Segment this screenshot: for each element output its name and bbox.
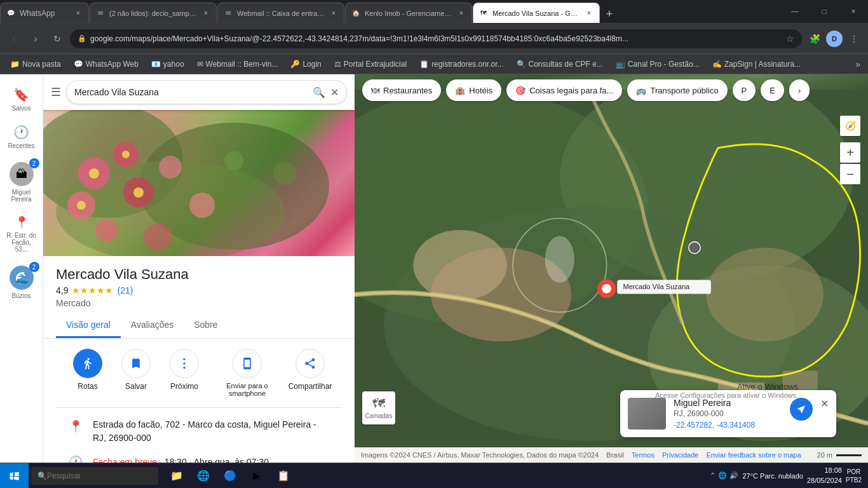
action-enviar[interactable]: Enviar para o smartphone: [214, 349, 281, 397]
action-compartilhar[interactable]: Compartilhar: [291, 349, 329, 397]
place-info: Mercado Vila Suzana 4,9 ★★★★★ (21) Merca…: [43, 256, 355, 463]
tab-sobre[interactable]: Sobre: [184, 313, 227, 338]
filter-coisas[interactable]: 🎯 Coisas legais para fa...: [506, 79, 622, 101]
profile-avatar[interactable]: D: [826, 30, 843, 47]
sidebar-item-estrada[interactable]: 📍 R. Estr. doFacão, 53...: [1, 210, 42, 258]
mini-card-coords[interactable]: -22.457282, -43.341408: [674, 421, 782, 430]
taskbar-search-box[interactable]: 🔍: [31, 467, 158, 485]
tab-favicon-webmail: ✉: [223, 8, 233, 18]
scale-container: 20 m: [817, 451, 862, 459]
tab-close-decio[interactable]: ×: [201, 8, 211, 18]
tab-close-kenlo[interactable]: ×: [456, 8, 466, 18]
extensions-icon[interactable]: 🧩: [806, 30, 824, 48]
feedback-link[interactable]: Enviar feedback sobre o mapa: [706, 451, 801, 459]
taskbar-chrome[interactable]: 🌐: [191, 463, 216, 489]
new-tab-button[interactable]: +: [600, 5, 618, 23]
coisas-label: Coisas legais para fa...: [529, 86, 613, 95]
zoom-out-button[interactable]: −: [840, 164, 860, 184]
terms-link[interactable]: Termos: [632, 451, 654, 459]
bookmark-canal-pro[interactable]: 📺 Canal Pro - Gestão...: [611, 58, 705, 71]
rating-score: 4,9: [56, 285, 68, 295]
map-area[interactable]: Mercado Vila Suzana 🍽 Restaurantes 🏨 Hot…: [355, 74, 868, 463]
tab-visao-geral[interactable]: Visão geral: [56, 313, 121, 338]
taskbar-file-explorer[interactable]: 📁: [164, 463, 189, 489]
action-salvar[interactable]: Salvar: [117, 349, 155, 397]
taskbar-youtube[interactable]: ▶: [244, 463, 269, 489]
clear-icon[interactable]: ✕: [330, 86, 339, 98]
mini-card-subtitle: RJ, 26900-000: [674, 409, 782, 418]
action-rotas[interactable]: Rotas: [69, 349, 107, 397]
refresh-button[interactable]: ↻: [48, 30, 66, 48]
compass-button[interactable]: 🧭: [840, 116, 860, 136]
action-proximo[interactable]: Próximo: [165, 349, 203, 397]
keyboard-language[interactable]: POR PTB2: [846, 468, 862, 484]
tab-decio[interactable]: ✉ (2 não lidos): decio_sampaio ×: [90, 3, 217, 23]
location-icon: 📍: [69, 419, 83, 433]
forward-button[interactable]: ›: [27, 30, 44, 48]
filter-hoteis[interactable]: 🏨 Hotéis: [446, 79, 501, 101]
filter-restaurantes[interactable]: 🍽 Restaurantes: [362, 79, 441, 101]
taskbar-app5[interactable]: 📋: [271, 463, 296, 489]
svg-point-11: [224, 151, 243, 170]
bookmark-label-nova-pasta: Nova pasta: [22, 60, 61, 69]
bookmark-zapsign[interactable]: ✍ ZapSign | Assinatura...: [707, 58, 806, 71]
privacy-link[interactable]: Privacidade: [662, 451, 698, 459]
filter-e[interactable]: E: [761, 79, 784, 101]
taskbar-search-input[interactable]: [47, 471, 142, 480]
maximize-button[interactable]: □: [810, 0, 839, 23]
taskbar-right-area: ⌃ 🌐 🔊 27°C Parc. nublado 18:08 28/05/202…: [703, 466, 868, 485]
chevron-up-icon[interactable]: ⌃: [710, 471, 715, 480]
back-button[interactable]: ‹: [5, 30, 23, 48]
svg-point-15: [77, 201, 86, 210]
sidebar-item-buzios[interactable]: 🌊 Búzios 2: [1, 261, 42, 304]
address-section: 📍 Estrada do facão, 702 - Marco da costa…: [56, 407, 342, 463]
tab-close-webmail[interactable]: ×: [329, 8, 339, 18]
mini-card-navigate-button[interactable]: [790, 398, 813, 421]
scale-text: 20 m: [817, 451, 832, 459]
address-bar[interactable]: 🔒 google.com/maps/place/Mercado+Vila+Suz…: [70, 29, 802, 48]
speaker-icon[interactable]: 🔊: [729, 471, 738, 480]
mini-card-close-button[interactable]: ✕: [820, 398, 829, 430]
filter-more[interactable]: ›: [789, 79, 810, 101]
tab-close-mercado[interactable]: ×: [584, 8, 594, 18]
network-icon[interactable]: 🌐: [718, 471, 727, 480]
tab-close-whatsapp[interactable]: ×: [73, 8, 83, 18]
search-input[interactable]: [74, 87, 308, 97]
bookmark-login[interactable]: 🔑 Login: [285, 58, 326, 71]
filter-transporte[interactable]: 🚌 Transporte público: [627, 79, 727, 101]
tabs-bar: 💬 WhatsApp × ✉ (2 não lidos): decio_samp…: [0, 0, 868, 24]
bookmarks-more-button[interactable]: »: [853, 57, 863, 72]
hamburger-menu-icon[interactable]: ☰: [51, 85, 61, 99]
bookmark-portal[interactable]: ⚖ Portal Extrajudicial: [329, 58, 412, 71]
bookmark-star-icon[interactable]: ☆: [786, 34, 794, 44]
tab-webmail[interactable]: ✉ Webmail :: Caixa de entrada ×: [217, 3, 344, 23]
tab-kenlo[interactable]: 🏠 Kenlo Imob - Gerenciament... ×: [345, 3, 472, 23]
minimize-button[interactable]: —: [780, 0, 810, 23]
start-button[interactable]: [0, 463, 29, 489]
search-input-wrap[interactable]: 🔍 ✕: [66, 80, 347, 104]
bookmark-nova-pasta[interactable]: 📁 Nova pasta: [5, 58, 66, 71]
zoom-in-button[interactable]: +: [840, 142, 860, 163]
bookmark-registradores[interactable]: 📋 registradores.onr.or...: [414, 58, 508, 71]
sidebar-item-recentes[interactable]: 🕐 Recentes: [1, 119, 42, 154]
tab-whatsapp[interactable]: 💬 WhatsApp ×: [0, 3, 89, 23]
tab-mercado[interactable]: 🗺 Mercado Vila Suzana - Goog... ×: [473, 3, 600, 23]
layers-button[interactable]: 🗺 Camadas: [362, 391, 395, 424]
close-button[interactable]: ×: [839, 0, 868, 23]
tab-avaliacoes[interactable]: Avaliações: [121, 313, 184, 338]
search-icon[interactable]: 🔍: [313, 86, 325, 98]
sidebar-item-salvos[interactable]: 🔖 Salvos: [1, 82, 42, 117]
bookmark-whatsapp-web[interactable]: 💬 WhatsApp Web: [69, 58, 144, 71]
taskbar-edge[interactable]: 🔵: [217, 463, 243, 489]
sidebar-item-miguel-pereira[interactable]: 🏔 MiguelPereira 2: [1, 157, 42, 208]
bookmark-yahoo[interactable]: 📧 yahoo: [146, 58, 189, 71]
bookmark-label-cpf: Consultas de CPF e...: [529, 60, 603, 69]
filter-p[interactable]: P: [733, 79, 756, 101]
rotas-label: Rotas: [78, 382, 97, 391]
hours-expand-icon[interactable]: ⌄: [281, 457, 289, 463]
bookmark-cpf[interactable]: 🔍 Consultas de CPF e...: [512, 58, 608, 71]
review-count[interactable]: (21): [117, 285, 133, 295]
taskbar-date: 28/05/2024: [807, 476, 842, 485]
bookmark-webmail[interactable]: ✉ Webmail :: Bem-vin...: [192, 58, 283, 71]
menu-icon[interactable]: ⋮: [845, 30, 863, 48]
